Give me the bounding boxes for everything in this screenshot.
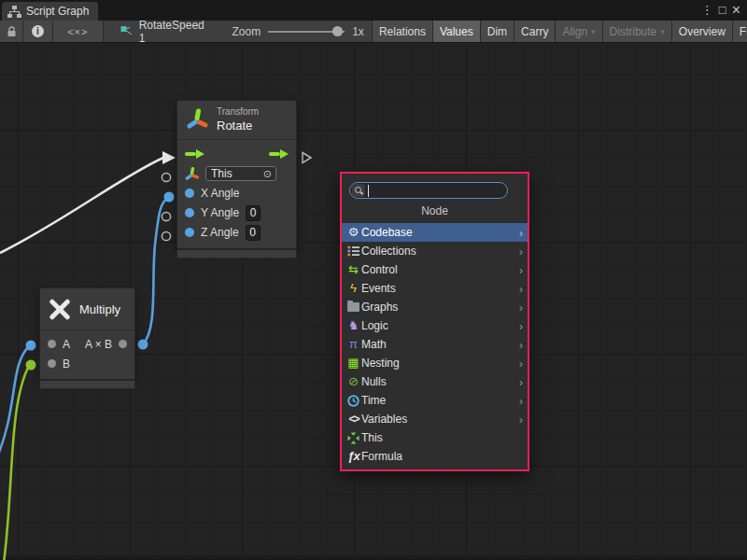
text-cursor <box>368 185 369 197</box>
lock-button[interactable] <box>0 21 23 42</box>
chevron-right-icon: › <box>519 301 523 315</box>
toolbar-button-dim[interactable]: Dim <box>481 21 514 42</box>
finder-item-math[interactable]: πMath› <box>342 335 528 354</box>
port-b-label: B <box>63 357 70 371</box>
chevron-right-icon: › <box>519 338 523 352</box>
canvas-bottom-edge <box>0 555 747 560</box>
code-brackets-icon: <×> <box>67 26 88 37</box>
finder-item-label: Logic <box>361 319 519 332</box>
zangle-label: Z Angle <box>201 226 239 239</box>
tab-label: Script Graph <box>26 5 89 18</box>
finder-item-this[interactable]: This <box>342 428 528 447</box>
yangle-port-row: Y Angle 0 <box>177 203 296 223</box>
output-port-group: A × B <box>85 338 127 351</box>
toolbar-button-label: Overview <box>679 25 726 38</box>
node-transform-rotate[interactable]: Transform Rotate This ⊙ <box>176 100 297 249</box>
port-b-dot[interactable] <box>48 359 56 368</box>
chevron-right-icon: › <box>519 394 523 408</box>
info-button[interactable]: i <box>23 21 52 42</box>
yangle-port-dot[interactable] <box>185 208 194 217</box>
graph-toolbar: i <×> RotateSpeed 1 Zoom 1x RelationsVal… <box>0 21 747 43</box>
search-box[interactable] <box>349 182 508 199</box>
finder-item-label: Variables <box>361 413 519 426</box>
exec-input-arrow-icon[interactable] <box>185 149 204 159</box>
unity-visual-scripting-window: Script Graph ⋮ □ × i <×> RotateSpeed 1 <box>0 0 747 560</box>
chevron-right-icon: › <box>519 282 523 296</box>
output-port-dot[interactable] <box>119 340 127 348</box>
zoom-slider-knob[interactable] <box>332 26 343 36</box>
code-view-button[interactable]: <×> <box>53 21 105 42</box>
port-a-label: A <box>63 338 70 351</box>
finder-item-nulls[interactable]: ⊘Nulls› <box>342 372 528 391</box>
chevron-right-icon: › <box>519 357 523 371</box>
xangle-port-row: X Angle <box>177 184 296 203</box>
finder-item-control[interactable]: ⇆Control› <box>342 260 528 279</box>
machine-icon: ▦ <box>345 356 361 371</box>
maximize-icon[interactable]: □ <box>719 0 726 21</box>
zoom-slider[interactable] <box>268 25 345 38</box>
finder-item-collections[interactable]: Collections› <box>342 242 528 260</box>
toolbar-button-carry[interactable]: Carry <box>514 21 556 42</box>
finder-item-logic[interactable]: ♞Logic› <box>342 316 528 335</box>
node-rotate-footer <box>176 249 297 259</box>
finder-item-nesting[interactable]: ▦Nesting› <box>342 354 528 372</box>
finder-item-codebase[interactable]: ⚙Codebase› <box>342 223 528 242</box>
finder-item-label: Codebase <box>361 226 519 239</box>
close-icon[interactable]: × <box>732 1 740 20</box>
window-tab-bar: Script Graph ⋮ □ × <box>0 0 747 21</box>
toolbar-button-full-screen[interactable]: Full Screen <box>733 21 747 42</box>
exec-port-row <box>177 144 296 164</box>
chevron-right-icon: › <box>519 413 523 427</box>
tab-script-graph[interactable]: Script Graph <box>2 2 98 21</box>
node-multiply[interactable]: Multiply A A × B B <box>39 287 135 380</box>
finder-item-events[interactable]: ϟEvents› <box>342 279 528 298</box>
node-body: A A × B B <box>40 330 134 379</box>
finder-item-label: Control <box>361 263 519 276</box>
toolbar-button-relations[interactable]: Relations <box>373 21 433 42</box>
menu-icon[interactable]: ⋮ <box>701 0 713 21</box>
gear-icon: ⚙ <box>345 225 361 240</box>
zangle-value-field[interactable]: 0 <box>246 225 261 241</box>
yangle-value-field[interactable]: 0 <box>246 205 261 221</box>
port-a-dot[interactable] <box>48 340 56 348</box>
search-icon <box>355 187 363 195</box>
port-a-row: A A × B <box>40 334 134 354</box>
pi-icon: π <box>345 337 361 352</box>
lightning-icon: ϟ <box>345 281 361 296</box>
this-port-row: This ⊙ <box>177 164 296 184</box>
search-icon-box <box>352 184 365 197</box>
exec-output-arrow-icon[interactable] <box>269 149 289 159</box>
node-body: This ⊙ X Angle Y Angle 0 Z Angle 0 <box>177 140 296 248</box>
zangle-port-dot[interactable] <box>185 228 194 237</box>
this-object-value: This <box>211 167 233 180</box>
toolbar-button-overview[interactable]: Overview <box>672 21 733 42</box>
knight-icon: ♞ <box>345 318 361 333</box>
output-label: A × B <box>85 338 112 351</box>
graph-breadcrumb[interactable]: RotateSpeed 1 <box>104 21 224 42</box>
finder-header: Node <box>342 199 528 223</box>
xangle-port-dot[interactable] <box>185 189 194 198</box>
chevron-right-icon: › <box>519 375 523 389</box>
fx-icon: ƒx <box>345 449 361 464</box>
graph-node-icon <box>120 25 134 37</box>
folder-icon <box>345 300 361 315</box>
node-category: Transform <box>217 106 259 119</box>
this-object-field[interactable]: This ⊙ <box>205 166 276 181</box>
angle-brackets-icon: <> <box>345 412 361 427</box>
zoom-control: Zoom 1x <box>225 21 372 42</box>
finder-item-variables[interactable]: <>Variables› <box>342 410 528 428</box>
finder-item-formula[interactable]: ƒxFormula <box>342 447 528 466</box>
window-controls: ⋮ □ × <box>701 0 747 21</box>
toolbar-button-values[interactable]: Values <box>433 21 481 42</box>
toolbar-button-label: Values <box>440 25 473 38</box>
object-picker-icon[interactable]: ⊙ <box>263 168 272 180</box>
finder-item-label: Time <box>361 394 519 407</box>
finder-item-graphs[interactable]: Graphs› <box>342 298 528 316</box>
transform-gizmo-icon <box>185 107 209 132</box>
toolbar-button-distribute: Distribute▾ <box>603 21 672 42</box>
toolbar-button-label: Relations <box>379 25 426 38</box>
search-input[interactable] <box>368 184 503 197</box>
node-header: Transform Rotate <box>177 101 296 140</box>
toolbar-button-align: Align▾ <box>556 21 602 42</box>
finder-item-time[interactable]: Time› <box>342 391 528 410</box>
